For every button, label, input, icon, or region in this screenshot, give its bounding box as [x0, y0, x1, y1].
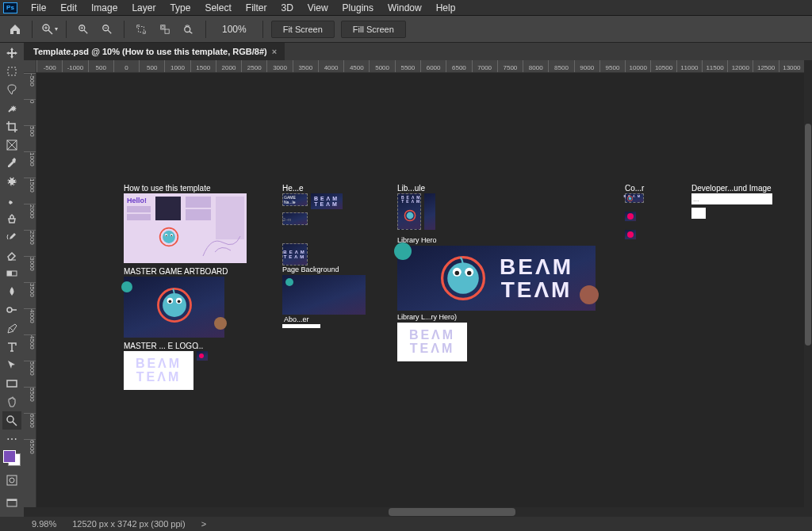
- svg-point-30: [7, 416, 13, 422]
- artboard-label-dev[interactable]: Developer...und Image: [691, 184, 772, 193]
- svg-rect-17: [8, 67, 16, 75]
- resize-window-icon[interactable]: [132, 21, 150, 38]
- horizontal-scrollbar[interactable]: [24, 507, 804, 517]
- pen-tool[interactable]: [2, 320, 21, 338]
- screen-mode-icon[interactable]: [2, 495, 21, 512]
- menu-file[interactable]: File: [24, 2, 53, 13]
- menu-type[interactable]: Type: [163, 2, 197, 13]
- artboard-hee3[interactable]: BEΛMTEΛM: [282, 243, 308, 266]
- brush-tool[interactable]: [2, 191, 21, 208]
- artboard-label-masterlogo[interactable]: MASTER ... E LOGO: [124, 342, 198, 350]
- spot-heal-tool[interactable]: [2, 173, 21, 190]
- status-caret[interactable]: >: [201, 519, 206, 529]
- history-brush-tool[interactable]: [2, 228, 21, 246]
- canvas[interactable]: How to use this template Hello!: [36, 73, 804, 517]
- vertical-scroll-thumb[interactable]: [805, 124, 811, 346]
- artboard-hee1[interactable]: GAME Na...le: [282, 193, 308, 206]
- status-zoom[interactable]: 9.98%: [32, 519, 56, 529]
- quick-mask-icon[interactable]: [2, 472, 21, 489]
- artboard-cor1[interactable]: BEΛM: [625, 193, 644, 203]
- zoom-all-windows-icon[interactable]: [156, 21, 174, 38]
- path-selection-tool[interactable]: [2, 357, 21, 374]
- menu-layer[interactable]: Layer: [124, 2, 163, 13]
- eraser-tool[interactable]: [2, 246, 21, 264]
- svg-point-37: [163, 231, 175, 243]
- artboard-libryhero[interactable]: BEΛMTEΛM: [397, 323, 467, 361]
- svg-rect-35: [7, 499, 17, 501]
- artboard-label-cor[interactable]: Co...r: [625, 184, 644, 193]
- dodge-tool[interactable]: [2, 301, 21, 319]
- artboard-libule-side[interactable]: [424, 193, 435, 230]
- menu-view[interactable]: View: [301, 2, 335, 13]
- hero-character-icon: [437, 252, 489, 304]
- ruler-horizontal[interactable]: -500-10005000500100015002000250030003500…: [36, 60, 804, 73]
- edit-toolbar-icon[interactable]: ⋯: [2, 430, 21, 448]
- menu-plugins[interactable]: Plugins: [335, 2, 381, 13]
- artboard-aboe[interactable]: [282, 324, 320, 328]
- menu-3d[interactable]: 3D: [274, 2, 300, 13]
- home-icon[interactable]: [6, 21, 24, 38]
- close-tab-icon[interactable]: ×: [272, 47, 277, 56]
- zoom-percentage[interactable]: 100%: [214, 22, 255, 36]
- scrubby-zoom-icon[interactable]: [180, 21, 197, 38]
- clone-stamp-tool[interactable]: [2, 210, 21, 227]
- artboard-label-libule[interactable]: Lib...ule: [397, 184, 425, 193]
- blur-tool[interactable]: [2, 283, 21, 300]
- artboard-hee-logo[interactable]: BEΛMTEΛM: [311, 193, 343, 209]
- zoom-tool-icon[interactable]: ▾: [40, 21, 58, 38]
- zoom-in-icon[interactable]: [75, 21, 92, 38]
- artboard-label-hee[interactable]: He...e: [282, 184, 304, 193]
- artboard-cor2[interactable]: [625, 212, 636, 221]
- ruler-corner: [24, 60, 36, 73]
- artboard-libule[interactable]: BEΛMTEΛM: [397, 193, 421, 230]
- artboard-hee2[interactable]: 2--m: [282, 212, 308, 225]
- artboard-tool[interactable]: [2, 63, 21, 80]
- menu-image[interactable]: Image: [84, 2, 124, 13]
- crop-tool[interactable]: [2, 118, 21, 136]
- hand-tool[interactable]: [2, 393, 21, 411]
- artboard-dev2[interactable]: [691, 208, 706, 219]
- artboard-label-mastergame[interactable]: MASTER GAME ARTBOARD: [124, 267, 228, 276]
- eyedropper-tool[interactable]: [2, 155, 21, 172]
- menu-window[interactable]: Window: [381, 2, 429, 13]
- quick-selection-tool[interactable]: [2, 100, 21, 117]
- artboard-pagebg[interactable]: [282, 275, 366, 315]
- fill-screen-button[interactable]: Fill Screen: [341, 21, 406, 38]
- artboard-master-game[interactable]: [124, 277, 224, 338]
- rectangle-tool[interactable]: [2, 375, 21, 392]
- gradient-tool[interactable]: [2, 265, 21, 282]
- artboard-label-howto[interactable]: How to use this template: [124, 184, 211, 193]
- artboard-howto[interactable]: Hello!: [124, 193, 247, 263]
- artboard-tiny[interactable]: [197, 351, 208, 361]
- artboard-library-hero[interactable]: BEΛMTEΛM: [397, 246, 596, 311]
- menu-help[interactable]: Help: [429, 2, 463, 13]
- menu-edit[interactable]: Edit: [53, 2, 84, 13]
- svg-rect-11: [139, 26, 144, 32]
- zoom-tool-toolbar[interactable]: [2, 411, 21, 429]
- ruler-vertical[interactable]: -500050010001500200025003000350040004500…: [24, 73, 36, 517]
- artboard-dev1[interactable]: ...: [691, 193, 772, 204]
- svg-point-49: [407, 212, 414, 220]
- artboard-master-logo[interactable]: BEΛMTEΛM: [124, 351, 193, 390]
- status-dimensions[interactable]: 12520 px x 3742 px (300 ppi): [72, 519, 186, 529]
- move-tool[interactable]: [2, 44, 21, 62]
- artboard-label-libryhero[interactable]: Library L...ry Hero): [397, 313, 457, 321]
- horizontal-scroll-thumb[interactable]: [389, 508, 515, 516]
- vertical-scrollbar[interactable]: [804, 60, 812, 507]
- svg-rect-13: [165, 29, 169, 33]
- menu-filter[interactable]: Filter: [239, 2, 274, 13]
- lasso-tool[interactable]: [2, 81, 21, 98]
- document-tab[interactable]: Template.psd @ 10% (How to use this temp…: [24, 43, 285, 60]
- artboard-cor3[interactable]: [625, 230, 636, 239]
- artboard-label-ellipsis[interactable]: ...: [197, 342, 203, 350]
- menu-select[interactable]: Select: [197, 2, 238, 13]
- type-tool[interactable]: [2, 338, 21, 356]
- tools-panel: ⋯: [0, 43, 24, 517]
- svg-line-31: [13, 422, 17, 426]
- artboard-label-aboe[interactable]: Abo...er: [284, 315, 309, 323]
- fit-screen-button[interactable]: Fit Screen: [271, 21, 335, 38]
- artboard-label-pagebg[interactable]: Page Background: [282, 266, 339, 273]
- zoom-out-icon[interactable]: [98, 21, 116, 38]
- frame-tool[interactable]: [2, 136, 21, 154]
- color-swatches[interactable]: [2, 449, 22, 468]
